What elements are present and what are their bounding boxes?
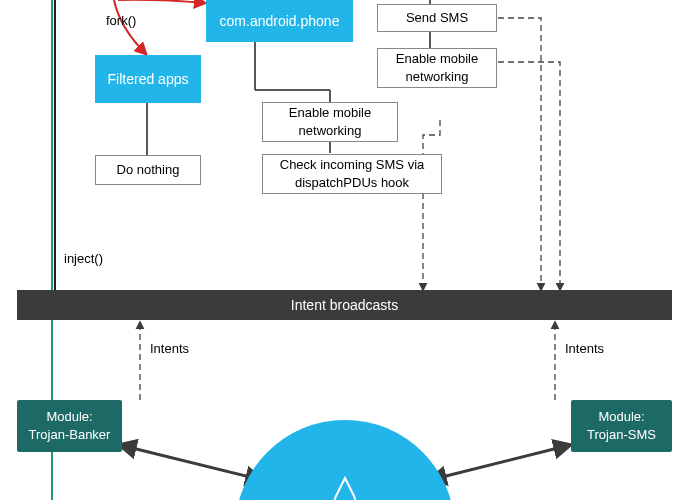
- box-enable-networking-right: Enable mobile networking: [377, 48, 497, 88]
- svg-line-11: [120, 445, 262, 480]
- box-phone: com.android.phone: [206, 0, 353, 42]
- box-filtered-apps: Filtered apps: [95, 55, 201, 103]
- module-sms-label1: Module:: [598, 408, 644, 426]
- module-trojan-banker: Module: Trojan-Banker: [17, 400, 122, 452]
- droplet-icon: [330, 476, 360, 500]
- module-trojan-sms: Module: Trojan-SMS: [571, 400, 672, 452]
- module-banker-label2: Trojan-Banker: [29, 426, 111, 444]
- label-intents-left: Intents: [150, 341, 189, 356]
- box-do-nothing: Do nothing: [95, 155, 201, 185]
- label-fork: fork(): [106, 13, 136, 28]
- box-check-incoming-sms: Check incoming SMS via dispatchPDUs hook: [262, 154, 442, 194]
- box-send-sms: Send SMS: [377, 4, 497, 32]
- label-intents-right: Intents: [565, 341, 604, 356]
- svg-line-12: [430, 445, 570, 480]
- module-banker-label1: Module:: [46, 408, 92, 426]
- bar-intent-broadcasts: Intent broadcasts: [17, 290, 672, 320]
- label-inject: inject(): [64, 251, 103, 266]
- module-sms-label2: Trojan-SMS: [587, 426, 656, 444]
- box-enable-networking-mid: Enable mobile networking: [262, 102, 398, 142]
